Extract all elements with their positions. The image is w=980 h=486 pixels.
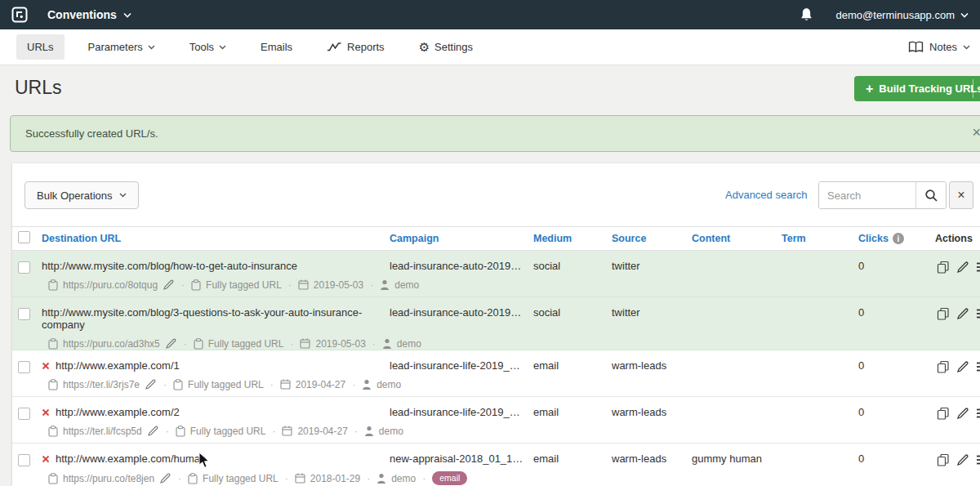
duplicate-icon[interactable] <box>937 261 950 274</box>
chevron-down-icon <box>148 45 155 50</box>
content-cell <box>692 397 782 443</box>
select-all-checkbox[interactable] <box>18 231 30 243</box>
duplicate-icon[interactable] <box>937 360 950 373</box>
content-cell <box>692 251 782 297</box>
edit-icon[interactable] <box>956 261 969 274</box>
header-clicks[interactable]: Clicksi <box>858 233 935 244</box>
error-x-icon <box>42 408 50 417</box>
account-email: demo@terminusapp.com <box>836 9 955 21</box>
row-checkbox[interactable] <box>18 408 30 420</box>
chevron-down-icon <box>119 193 127 198</box>
row-checkbox[interactable] <box>18 454 30 466</box>
row-checkbox[interactable] <box>18 361 30 373</box>
source-cell: warm-leads <box>612 397 692 443</box>
search-input[interactable] <box>819 182 915 208</box>
source-cell: warm-leads <box>612 444 692 486</box>
urls-panel: Bulk Operations Advanced search × Destin… <box>12 163 980 486</box>
clipboard-icon[interactable] <box>48 473 58 484</box>
destination-url[interactable]: http://www.example.com/2 <box>56 406 180 418</box>
clipboard-icon[interactable] <box>48 379 58 390</box>
content-cell: gummy human <box>692 444 782 486</box>
header-term[interactable]: Term <box>782 233 858 244</box>
clipboard-icon[interactable] <box>48 338 58 350</box>
term-cell <box>782 444 858 486</box>
edit-pencil-icon[interactable] <box>147 425 159 437</box>
header-destination-url[interactable]: Destination URL <box>42 233 390 244</box>
header-source[interactable]: Source <box>612 233 692 244</box>
alert-close-icon[interactable]: × <box>972 125 980 140</box>
edit-pencil-icon[interactable] <box>159 472 172 484</box>
advanced-search-link[interactable]: Advanced search <box>725 189 807 201</box>
header-content[interactable]: Content <box>692 233 782 244</box>
campaign-cell: lead-insurance-life-2019_… <box>390 350 533 396</box>
book-icon <box>908 41 924 53</box>
account-menu[interactable]: demo@terminusapp.com <box>836 9 969 21</box>
row-menu-icon[interactable] <box>976 453 980 466</box>
edit-pencil-icon[interactable] <box>165 337 177 350</box>
created-date: 2019-04-27 <box>296 379 345 390</box>
content-cell <box>692 350 782 396</box>
short-url[interactable]: https://puru.co/ad3hx5 <box>63 338 160 350</box>
clipboard-icon <box>173 379 183 390</box>
edit-pencil-icon[interactable] <box>163 279 175 291</box>
row-menu-icon[interactable] <box>976 261 980 274</box>
header-campaign[interactable]: Campaign <box>390 233 533 244</box>
destination-url[interactable]: http://www.example.com/human <box>56 453 206 465</box>
row-menu-icon[interactable] <box>976 360 980 373</box>
clicks-cell: 0 <box>858 251 935 297</box>
table-row: http://www.example.com/human https://pur… <box>12 444 980 486</box>
destination-url[interactable]: http://www.mysite.com/blog/how-to-get-au… <box>42 260 297 272</box>
row-checkbox[interactable] <box>18 261 30 274</box>
clipboard-icon <box>191 279 201 291</box>
created-date: 2019-05-03 <box>315 338 365 350</box>
short-url[interactable]: https://ter.li/fcsp5d <box>63 426 142 437</box>
header-medium[interactable]: Medium <box>533 233 612 244</box>
tab-tools[interactable]: Tools <box>179 34 237 60</box>
term-cell <box>782 350 858 396</box>
app-logo-icon[interactable] <box>11 7 28 23</box>
row-checkbox[interactable] <box>18 308 30 320</box>
short-url[interactable]: https://puru.co/te8jen <box>63 473 154 484</box>
content-cell <box>692 297 782 350</box>
table-header: Destination URL Campaign Medium Source C… <box>12 226 980 251</box>
tab-settings[interactable]: ⚙ Settings <box>408 34 483 60</box>
row-menu-icon[interactable] <box>976 307 980 320</box>
calendar-icon <box>300 338 310 349</box>
tab-reports[interactable]: Reports <box>316 34 395 60</box>
search-button[interactable] <box>915 182 946 208</box>
notifications-bell-icon[interactable] <box>800 7 813 22</box>
tag-status: Fully tagged URL <box>203 473 278 484</box>
clear-search-button[interactable]: × <box>949 181 973 209</box>
plus-icon: + <box>866 82 873 96</box>
destination-url[interactable]: http://www.example.com/1 <box>56 359 180 372</box>
edit-icon[interactable] <box>956 307 969 320</box>
edit-icon[interactable] <box>956 453 969 466</box>
short-url[interactable]: https://puru.co/8otqug <box>63 279 158 291</box>
notes-dropdown[interactable]: Notes <box>908 41 970 53</box>
campaign-cell: lead-insurance-auto-2019… <box>390 297 533 350</box>
short-url[interactable]: https://ter.li/3rjs7e <box>63 379 140 390</box>
tab-emails[interactable]: Emails <box>250 34 303 60</box>
duplicate-icon[interactable] <box>937 453 950 466</box>
calendar-icon <box>298 279 309 290</box>
clipboard-icon[interactable] <box>48 279 58 291</box>
duplicate-icon[interactable] <box>937 407 950 420</box>
term-cell <box>782 297 858 350</box>
edit-icon[interactable] <box>956 407 969 420</box>
conventions-dropdown[interactable]: Conventions <box>47 8 131 21</box>
build-tracking-urls-button[interactable]: + Build Tracking URLs <box>854 76 980 101</box>
bulk-operations-button[interactable]: Bulk Operations <box>24 181 139 209</box>
clipboard-icon[interactable] <box>48 426 58 437</box>
duplicate-icon[interactable] <box>937 307 950 320</box>
campaign-cell: lead-insurance-auto-2019… <box>390 251 533 297</box>
chevron-down-icon <box>963 45 970 50</box>
tab-reports-label: Reports <box>347 41 385 53</box>
tab-urls[interactable]: URLs <box>16 34 65 60</box>
chevron-down-icon <box>219 45 226 50</box>
row-menu-icon[interactable] <box>976 407 980 420</box>
clicks-cell: 0 <box>858 397 935 443</box>
tab-parameters[interactable]: Parameters <box>78 34 166 60</box>
destination-url[interactable]: http://www.mysite.com/blog/3-questions-t… <box>42 306 390 331</box>
edit-pencil-icon[interactable] <box>145 378 157 390</box>
edit-icon[interactable] <box>956 360 969 373</box>
